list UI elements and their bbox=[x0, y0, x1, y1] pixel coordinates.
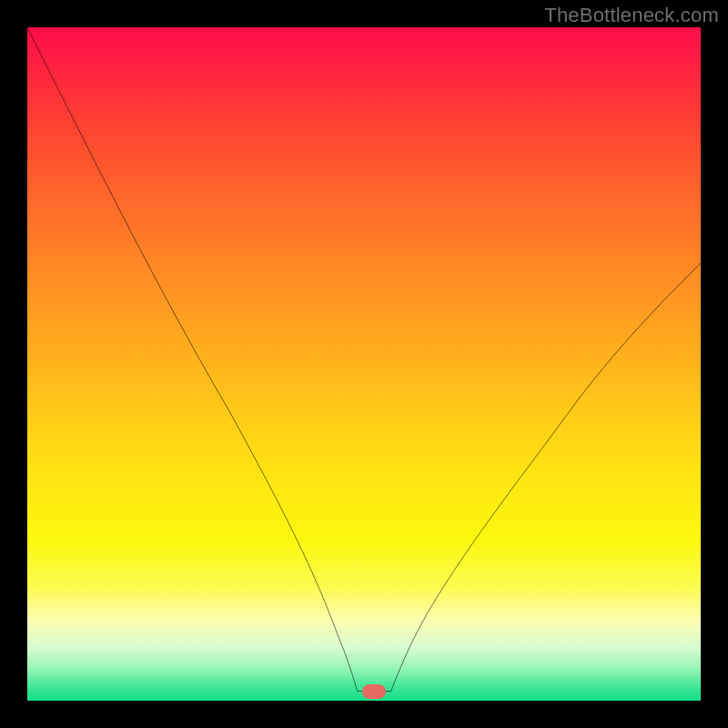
bottleneck-curve-path bbox=[27, 27, 701, 692]
chart-frame: TheBottleneck.com bbox=[0, 0, 728, 728]
curve-layer bbox=[27, 27, 701, 701]
watermark-text: TheBottleneck.com bbox=[544, 4, 719, 27]
plot-area bbox=[27, 27, 701, 701]
minimum-marker bbox=[362, 684, 386, 699]
